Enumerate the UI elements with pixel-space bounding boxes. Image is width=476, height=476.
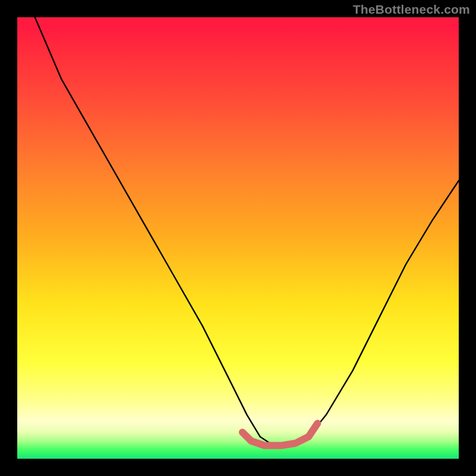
- chart-svg: [17, 17, 459, 459]
- watermark-label: TheBottleneck.com: [353, 2, 470, 17]
- bottleneck-curve: [35, 17, 459, 446]
- chart-plot-area: [17, 17, 459, 459]
- chart-frame: TheBottleneck.com: [0, 0, 476, 476]
